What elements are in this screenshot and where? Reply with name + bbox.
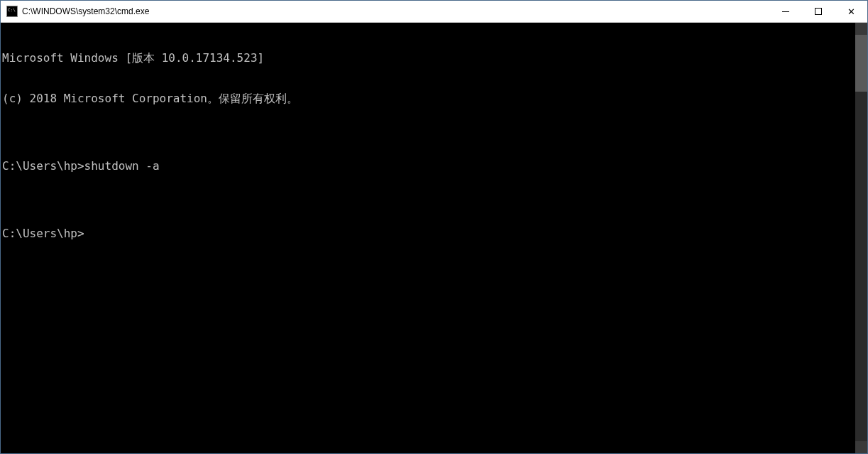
scrollbar-up-arrow[interactable] (855, 23, 867, 35)
scrollbar-thumb[interactable] (855, 35, 867, 92)
vertical-scrollbar[interactable] (855, 23, 867, 453)
terminal-prompt: C:\Users\hp> (2, 227, 855, 240)
terminal-container: Microsoft Windows [版本 10.0.17134.523] (c… (1, 23, 867, 453)
close-button[interactable]: ✕ (835, 1, 867, 22)
titlebar[interactable]: C:\WINDOWS\system32\cmd.exe ✕ (1, 1, 867, 23)
window-title: C:\WINDOWS\system32\cmd.exe (22, 6, 769, 16)
terminal-output[interactable]: Microsoft Windows [版本 10.0.17134.523] (c… (1, 23, 855, 453)
cmd-window: C:\WINDOWS\system32\cmd.exe ✕ Microsoft … (0, 0, 868, 454)
scrollbar-down-arrow[interactable] (855, 441, 867, 453)
maximize-button[interactable] (802, 1, 835, 22)
maximize-icon (815, 8, 822, 15)
cmd-icon (6, 6, 18, 17)
terminal-line: (c) 2018 Microsoft Corporation。保留所有权利。 (2, 92, 855, 105)
minimize-button[interactable] (769, 1, 802, 22)
minimize-icon (782, 11, 789, 12)
terminal-line: C:\Users\hp>shutdown -a (2, 159, 855, 173)
terminal-line: Microsoft Windows [版本 10.0.17134.523] (2, 51, 855, 65)
close-icon: ✕ (847, 7, 855, 16)
window-controls: ✕ (769, 1, 867, 22)
